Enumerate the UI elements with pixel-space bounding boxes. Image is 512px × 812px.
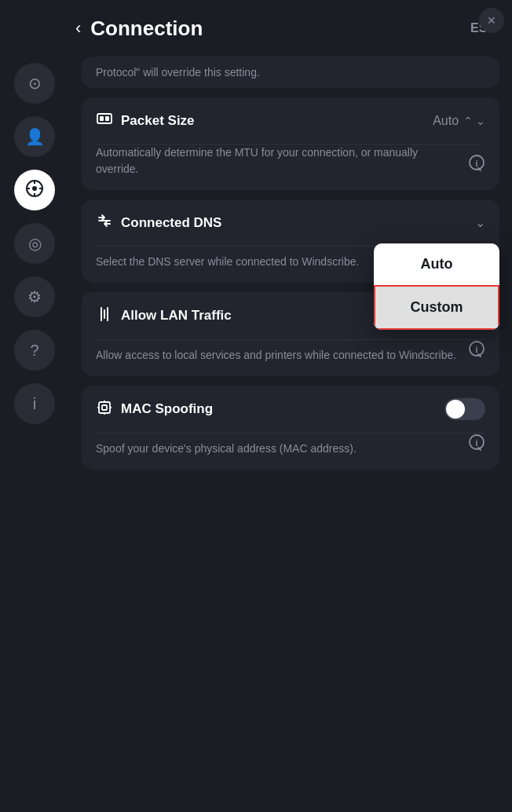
packet-size-value[interactable]: Auto ⌃ ⌄ — [433, 114, 485, 128]
packet-size-title-group: Packet Size — [96, 110, 195, 131]
partial-text-card: Protocol" will override this setting. — [82, 57, 499, 88]
target-icon: ◎ — [28, 234, 42, 253]
mac-spoofing-info-icon[interactable]: i — [468, 433, 485, 457]
svg-rect-22 — [102, 405, 107, 410]
page-title: Connection — [90, 16, 203, 41]
header-left: ‹ Connection — [75, 16, 203, 41]
packet-size-title: Packet Size — [121, 113, 195, 129]
mac-spoofing-header: MAC Spoofing — [82, 386, 499, 433]
sidebar-item-profile[interactable]: 👤 — [14, 116, 55, 157]
svg-rect-21 — [99, 402, 110, 413]
mac-spoofing-toggle[interactable] — [444, 398, 485, 420]
connected-dns-icon — [96, 212, 113, 233]
dropdown-menu: Auto Custom — [374, 243, 499, 330]
sidebar-item-settings[interactable]: ⚙ — [14, 276, 55, 317]
dropdown-overlay: Auto Custom — [374, 243, 499, 330]
svg-text:i: i — [475, 345, 477, 354]
svg-rect-8 — [105, 116, 109, 121]
info-icon: i — [33, 395, 36, 413]
header: ‹ Connection ESC — [69, 0, 512, 57]
sidebar: ⊙ 👤 ◎ ⚙ ? i — [0, 0, 69, 812]
allow-lan-description: Allow access to local services and print… — [82, 340, 499, 376]
close-icon: ✕ — [487, 14, 496, 27]
gear-icon: ⚙ — [27, 287, 42, 306]
svg-text:i: i — [475, 159, 477, 168]
svg-text:i: i — [475, 438, 477, 448]
packet-size-chevron: ⌃ ⌄ — [463, 115, 485, 127]
connected-dns-header: Connected DNS ⌄ — [82, 199, 499, 246]
allow-lan-info-icon[interactable]: i — [468, 340, 485, 364]
help-icon: ? — [30, 342, 38, 360]
allow-lan-title: Allow LAN Traffic — [121, 308, 232, 324]
connection-icon — [25, 179, 44, 202]
profile-icon: 👤 — [25, 127, 45, 146]
camera-icon: ⊙ — [28, 74, 42, 93]
svg-point-1 — [32, 186, 37, 191]
main-content: Protocol" will override this setting. Pa… — [69, 57, 512, 812]
sidebar-item-connection[interactable] — [14, 170, 55, 210]
dropdown-option-auto[interactable]: Auto — [374, 243, 499, 285]
packet-size-info-icon[interactable]: i — [468, 154, 485, 177]
mac-spoofing-title: MAC Spoofing — [121, 401, 213, 417]
chevron-down-icon: ⌄ — [475, 215, 485, 230]
packet-size-icon — [96, 110, 113, 131]
mac-spoofing-title-group: MAC Spoofing — [96, 399, 213, 420]
packet-size-card: Packet Size Auto ⌃ ⌄ Automatically deter… — [82, 97, 499, 190]
mac-spoofing-toggle-knob — [446, 400, 465, 419]
sidebar-item-help[interactable]: ? — [14, 330, 55, 371]
mac-spoofing-icon — [96, 399, 113, 420]
sidebar-item-info[interactable]: i — [14, 383, 55, 424]
svg-rect-7 — [100, 116, 104, 121]
mac-spoofing-card: MAC Spoofing Spoof your device's physica… — [82, 386, 499, 470]
close-button[interactable]: ✕ — [479, 8, 504, 33]
svg-rect-6 — [97, 114, 112, 123]
packet-size-description: Automatically determine the MTU for your… — [82, 144, 499, 190]
sidebar-item-target[interactable]: ◎ — [14, 223, 55, 264]
connected-dns-dropdown-trigger[interactable]: ⌄ — [475, 215, 485, 230]
partial-text-content: Protocol" will override this setting. — [96, 66, 260, 79]
sidebar-item-camera[interactable]: ⊙ — [14, 63, 55, 104]
dropdown-option-custom[interactable]: Custom — [374, 285, 499, 330]
back-button[interactable]: ‹ — [75, 20, 81, 37]
mac-spoofing-description: Spoof your device's physical address (MA… — [82, 433, 499, 470]
connected-dns-title-group: Connected DNS — [96, 212, 221, 233]
packet-size-header: Packet Size Auto ⌃ ⌄ — [82, 97, 499, 144]
allow-lan-icon — [96, 305, 113, 327]
allow-lan-title-group: Allow LAN Traffic — [96, 305, 232, 327]
connected-dns-title: Connected DNS — [121, 215, 221, 231]
